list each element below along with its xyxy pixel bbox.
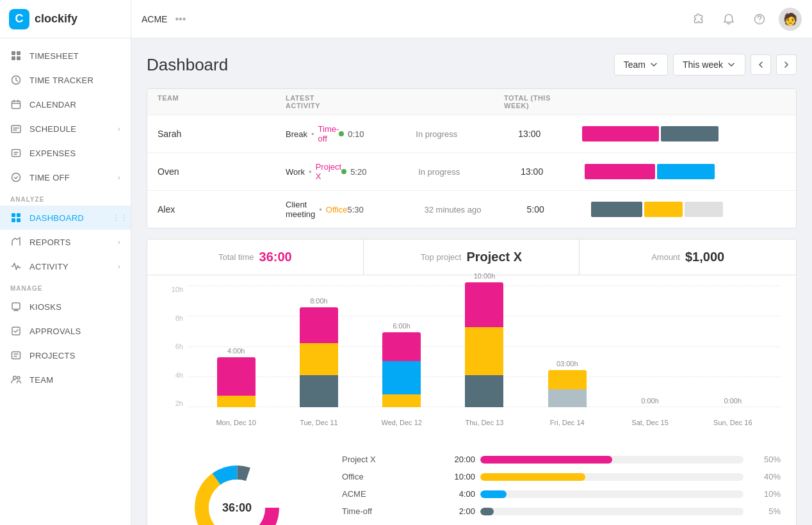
sidebar-item-timesheet[interactable]: TIMESHEET <box>0 44 131 68</box>
bar-seg <box>382 361 421 394</box>
sidebar-item-reports[interactable]: REPORTS › <box>0 230 131 254</box>
time-alex: 5:30 <box>348 205 425 214</box>
sidebar-item-calendar[interactable]: CALENDAR <box>0 92 131 117</box>
bar-label: 6:00h <box>393 322 410 330</box>
svg-point-16 <box>13 376 17 380</box>
notifications-icon[interactable] <box>717 8 740 31</box>
svg-point-17 <box>17 376 20 379</box>
legend-pct: 40% <box>749 472 781 481</box>
status-oven: In progress <box>418 167 521 177</box>
legend-bar-bg <box>480 473 743 481</box>
bar-segment <box>661 126 719 141</box>
amount-label: Amount <box>651 252 680 262</box>
workspace-menu-dots[interactable]: ••• <box>175 13 186 25</box>
header-controls: Team This week <box>614 54 797 76</box>
legend-pct: 50% <box>749 455 781 464</box>
activity-icon <box>10 261 22 272</box>
bar-seg <box>465 282 503 327</box>
table-row: Sarah Break • Time-off 0:10 In progress … <box>147 115 796 153</box>
sidebar-item-approvals[interactable]: APPROVALS <box>0 319 131 343</box>
amount-cell: Amount $1,000 <box>580 239 796 275</box>
sidebar-item-expenses-label: EXPENSES <box>29 149 76 158</box>
sidebar-item-time-tracker-label: TIME TRACKER <box>29 76 93 85</box>
project-alex[interactable]: Office <box>326 205 348 214</box>
legend-row-projectx: Project X 20:00 50% <box>342 455 781 464</box>
x-label-tue: Tue, Dec 11 <box>293 419 345 426</box>
svg-rect-11 <box>12 218 15 222</box>
bar-sarah <box>582 126 797 141</box>
next-period-button[interactable] <box>776 54 797 75</box>
bar-seg <box>465 375 503 407</box>
bar-label: 0:00h <box>641 397 659 405</box>
amount-value: $1,000 <box>685 250 724 264</box>
page-title: Dashboard <box>147 55 614 75</box>
bar-segment <box>644 202 683 217</box>
chevron-left-icon <box>756 60 765 69</box>
total-time-value: 36:00 <box>259 250 292 264</box>
sidebar-item-dashboard[interactable]: DASHBOARD ⋮⋮ <box>0 206 131 230</box>
donut-center-label: 36:00 <box>222 501 252 515</box>
x-label-fri: Fri, Dec 14 <box>542 419 593 426</box>
col-team: TEAM <box>158 94 286 109</box>
reports-icon <box>10 236 22 248</box>
legend-time: 10:00 <box>437 472 475 481</box>
sidebar-item-kiosks-label: KIOSKS <box>29 302 61 312</box>
y-label: 8h <box>163 314 188 322</box>
x-label-thu: Thu, Dec 13 <box>459 419 510 426</box>
user-avatar[interactable]: 🧑 <box>779 8 802 31</box>
sidebar-item-team[interactable]: TEAM <box>0 368 131 392</box>
legend-name: ACME <box>342 489 432 499</box>
top-project-cell: Top project Project X <box>364 239 580 275</box>
project-oven[interactable]: Project X <box>316 162 341 181</box>
sidebar-item-schedule[interactable]: SCHEDULE › <box>0 117 131 141</box>
x-label-sat: Sat, Dec 15 <box>624 419 676 426</box>
bar-seg <box>300 343 338 375</box>
chevron-right-icon <box>782 60 791 69</box>
total-time-label: Total time <box>218 252 254 262</box>
extensions-icon[interactable] <box>686 8 710 31</box>
sidebar-item-time-tracker[interactable]: TIME TRACKER <box>0 68 131 92</box>
legend-name: Time-off <box>342 506 432 516</box>
dashboard-icon <box>10 212 22 223</box>
svg-rect-9 <box>12 213 15 217</box>
analyze-section-label: ANALYZE <box>0 190 131 206</box>
sidebar-item-time-off[interactable]: TIME OFF › <box>0 165 131 190</box>
project-sarah[interactable]: Time-off <box>318 124 339 143</box>
legend-pct: 5% <box>749 506 781 516</box>
sidebar-item-kiosks[interactable]: KIOSKS <box>0 295 131 319</box>
prev-period-button[interactable] <box>751 54 771 75</box>
bar-seg <box>548 389 587 407</box>
sidebar-item-projects[interactable]: PROJECTS <box>0 343 131 368</box>
bar-group-sat: 0:00h <box>624 397 676 407</box>
legend-time: 4:00 <box>437 489 475 499</box>
status-alex: 32 minutes ago <box>425 205 527 214</box>
clock-icon <box>10 74 22 86</box>
legend-bar-fill <box>480 508 494 515</box>
bar-group-wed: 6:00h <box>376 322 427 407</box>
time-dot-oven <box>341 169 346 174</box>
svg-rect-0 <box>12 51 15 55</box>
bar-seg <box>465 327 503 375</box>
top-project-value: Project X <box>466 250 522 264</box>
member-name-sarah: Sarah <box>158 129 286 139</box>
chart-bars: 4:00h 8:00h <box>188 286 781 407</box>
x-label-sun: Sun, Dec 16 <box>707 419 758 426</box>
legend-row-acme: ACME 4:00 10% <box>342 489 781 499</box>
grid-icon <box>10 50 22 61</box>
chart-x-labels: Mon, Dec 10 Tue, Dec 11 Wed, Dec 12 Thu,… <box>188 419 781 426</box>
svg-rect-13 <box>12 303 20 309</box>
team-dropdown[interactable]: Team <box>614 54 668 76</box>
help-icon[interactable] <box>748 8 771 31</box>
period-dropdown[interactable]: This week <box>673 54 745 76</box>
bar-stack <box>300 307 338 407</box>
svg-rect-7 <box>12 150 20 157</box>
activity-sarah: Break • Time-off <box>286 124 339 143</box>
table-row: Oven Work • Project X 5:20 In progress 1… <box>147 153 796 191</box>
bar-stack <box>465 282 503 407</box>
approvals-icon <box>10 325 22 337</box>
sidebar: C clockify TIMESHEET TIME TRACKER CALEND… <box>0 0 131 525</box>
sidebar-item-activity[interactable]: ACTIVITY › <box>0 254 131 279</box>
sidebar-item-timesheet-label: TIMESHEET <box>29 51 79 61</box>
sidebar-item-expenses[interactable]: EXPENSES <box>0 141 131 165</box>
total-sarah: 13:00 <box>518 129 582 139</box>
